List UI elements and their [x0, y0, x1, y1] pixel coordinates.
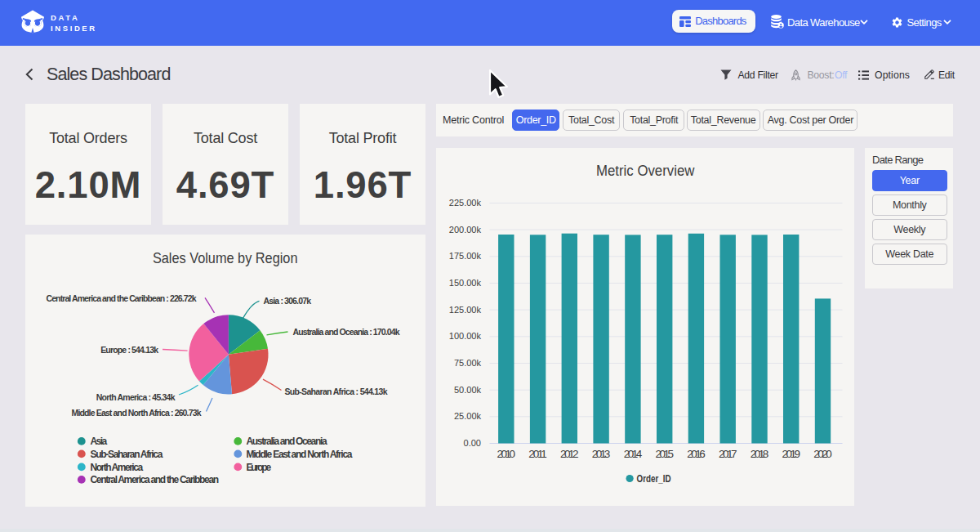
svg-text:75.00k: 75.00k — [453, 358, 481, 368]
svg-text:25.00k: 25.00k — [453, 411, 481, 421]
svg-text:Middle East and North Africa: Middle East and North Africa — [247, 448, 353, 459]
svg-text:2018: 2018 — [750, 448, 768, 460]
svg-text:2015: 2015 — [655, 448, 674, 460]
svg-text:Metric Overview: Metric Overview — [596, 163, 695, 179]
svg-text:Australia and Oceania : 170.04: Australia and Oceania : 170.04k — [293, 326, 400, 336]
svg-text:Asia: Asia — [91, 436, 108, 447]
svg-text:North America: North America — [91, 461, 144, 472]
svg-text:2014: 2014 — [623, 448, 642, 460]
svg-text:2010: 2010 — [497, 448, 515, 460]
svg-text:100.00k: 100.00k — [448, 331, 481, 341]
svg-text:Central America and the Caribb: Central America and the Caribbean : 226.… — [47, 293, 197, 303]
svg-text:200.00k: 200.00k — [448, 225, 481, 235]
svg-text:Sub-Saharan Africa : 544.13k: Sub-Saharan Africa : 544.13k — [285, 386, 388, 396]
svg-text:Sales Volume by Region: Sales Volume by Region — [153, 249, 298, 266]
svg-text:2016: 2016 — [687, 448, 706, 460]
svg-text:2013: 2013 — [591, 448, 610, 460]
svg-text:2012: 2012 — [560, 448, 579, 460]
svg-text:50.00k: 50.00k — [453, 385, 481, 395]
svg-text:2020: 2020 — [813, 448, 832, 460]
svg-text:Europe: Europe — [247, 461, 272, 472]
svg-text:175.00k: 175.00k — [448, 251, 481, 261]
svg-text:Europe : 544.13k: Europe : 544.13k — [100, 344, 158, 354]
svg-text:150.00k: 150.00k — [448, 278, 481, 288]
svg-text:125.00k: 125.00k — [448, 305, 481, 315]
svg-text:2017: 2017 — [718, 448, 737, 460]
svg-text:2011: 2011 — [528, 448, 547, 460]
svg-text:0.00: 0.00 — [463, 438, 480, 448]
svg-text:Asia : 306.07k: Asia : 306.07k — [264, 295, 312, 305]
svg-text:Order_ID: Order_ID — [636, 473, 670, 485]
svg-text:Central America and the Caribb: Central America and the Caribbean — [91, 474, 220, 485]
svg-text:225.00k: 225.00k — [448, 198, 481, 208]
svg-text:Middle East and North Africa :: Middle East and North Africa : 260.73k — [72, 408, 202, 418]
svg-text:Sub-Saharan Africa: Sub-Saharan Africa — [91, 448, 163, 459]
svg-text:North America : 45.34k: North America : 45.34k — [96, 391, 176, 401]
svg-text:2019: 2019 — [782, 448, 800, 460]
svg-text:Australia and Oceania: Australia and Oceania — [247, 436, 327, 447]
